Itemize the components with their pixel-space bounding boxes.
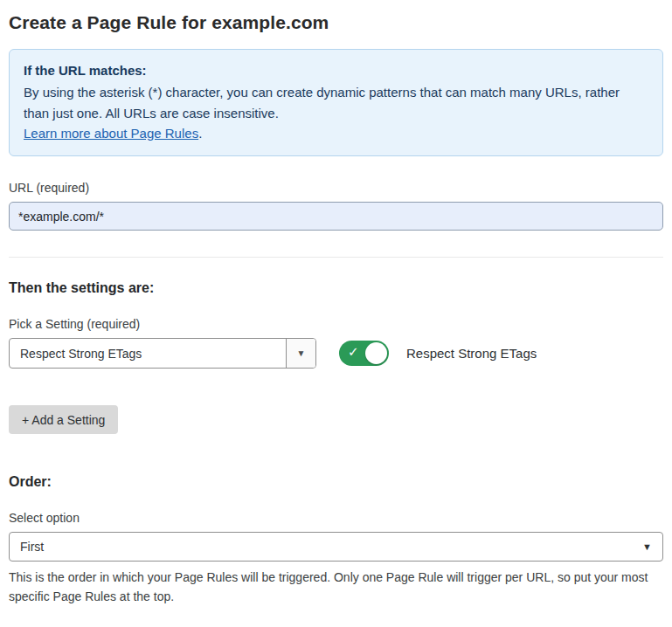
toggle-label: Respect Strong ETags	[406, 346, 537, 361]
setting-select-value: Respect Strong ETags	[10, 339, 286, 368]
pick-setting-label: Pick a Setting (required)	[9, 317, 663, 331]
order-section-heading: Order:	[9, 474, 663, 490]
link-period: .	[198, 126, 202, 141]
setting-row: Respect Strong ETags ▼ ✓ Respect Strong …	[9, 338, 663, 369]
chevron-down-icon: ▼	[297, 348, 306, 358]
add-setting-button[interactable]: + Add a Setting	[9, 405, 118, 434]
url-match-info-box: If the URL matches: By using the asteris…	[9, 49, 663, 156]
divider	[9, 257, 663, 258]
info-box-link-line: Learn more about Page Rules.	[24, 123, 648, 143]
setting-select[interactable]: Respect Strong ETags ▼	[9, 338, 316, 369]
setting-toggle[interactable]: ✓	[339, 341, 389, 366]
toggle-knob	[365, 342, 387, 364]
order-select-label: Select option	[9, 511, 663, 525]
info-box-heading: If the URL matches:	[24, 60, 648, 80]
learn-more-link[interactable]: Learn more about Page Rules	[24, 126, 198, 141]
info-box-body: By using the asterisk (*) character, you…	[24, 82, 648, 123]
page-title: Create a Page Rule for example.com	[9, 12, 663, 33]
check-icon: ✓	[348, 344, 359, 360]
setting-select-arrow-button[interactable]: ▼	[286, 339, 315, 368]
url-field-label: URL (required)	[9, 181, 663, 195]
settings-section-heading: Then the settings are:	[9, 280, 663, 296]
order-select[interactable]: First ▼	[9, 532, 663, 562]
url-input[interactable]	[9, 202, 663, 231]
order-help-text: This is the order in which your Page Rul…	[9, 568, 660, 606]
page-rule-form: Create a Page Rule for example.com If th…	[0, 0, 672, 627]
chevron-down-icon: ▼	[642, 541, 652, 552]
order-select-value: First	[20, 540, 44, 554]
